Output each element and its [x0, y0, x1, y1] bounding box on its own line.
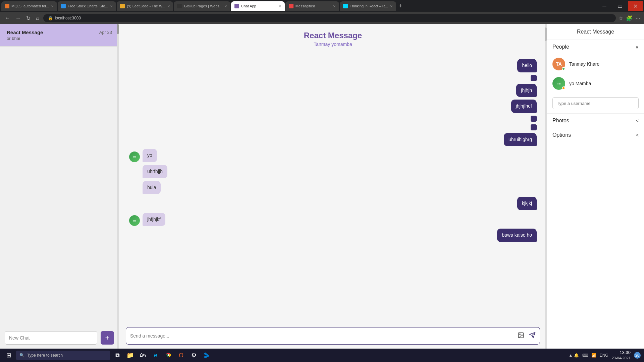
status-dot-tanmay	[562, 67, 565, 70]
tab-favicon-github	[177, 4, 182, 8]
chat-subtitle: Tanmay yomamba	[126, 42, 540, 47]
message-bubble: bawa kaise ho	[497, 229, 537, 242]
new-tab-button[interactable]: +	[397, 3, 405, 10]
tab-close-github[interactable]: ×	[224, 4, 227, 9]
person-initials-tanmay: TA	[556, 61, 562, 67]
photos-chevron-icon: <	[636, 118, 639, 123]
tab-github[interactable]: GitHub Pages | Webs... ×	[174, 1, 230, 11]
close-button[interactable]: ✕	[628, 1, 643, 11]
minimize-button[interactable]: ─	[597, 1, 612, 11]
svg-point-1	[520, 334, 521, 335]
chat-item-name: React Message	[7, 29, 43, 35]
message-row: jhjhjh	[129, 84, 537, 97]
tab-title-chatapp: Chat App	[241, 4, 277, 8]
file-explorer-icon[interactable]: 📁	[125, 350, 136, 361]
message-row: bawa kaise ho	[129, 229, 537, 242]
chat-item-header: React Message Apr 23	[7, 29, 112, 35]
message-bubble: kjkjkj	[517, 197, 537, 210]
tab-mql5[interactable]: MQL5: automated for... ×	[1, 1, 57, 11]
tab-react[interactable]: Thinking in React – R... ×	[340, 1, 396, 11]
notification-area: ▲ 🔔	[569, 353, 579, 358]
wifi-icon: 📶	[591, 353, 596, 358]
small-bubble	[531, 124, 537, 130]
chrome-icon[interactable]	[163, 350, 174, 361]
tab-close-messagified[interactable]: ×	[333, 4, 336, 9]
right-panel: React Message People ∨ TA Tanmay Khare T…	[547, 24, 644, 349]
messages-area: hello jhjhjh jhjhjfhef uhruihi	[119, 54, 547, 323]
taskbar-search[interactable]: 🔍 Type here to search	[16, 351, 110, 360]
start-button[interactable]: ⊞	[3, 350, 14, 361]
tab-close-mql5[interactable]: ×	[51, 4, 54, 9]
notifications-button[interactable]: 20	[634, 352, 641, 359]
status-dot-yomamba	[562, 86, 565, 90]
taskbar-right: ▲ 🔔 ⌨ 📶 ENG 13:30 23-04-2021 20	[569, 350, 641, 361]
chat-scrollbar-thumb	[545, 27, 547, 41]
address-bar[interactable]: 🔒 localhost:3000	[43, 14, 616, 22]
chat-main: React Message Tanmay yomamba hello jhjhj…	[119, 24, 547, 349]
tab-close-leetcode[interactable]: ×	[167, 4, 170, 9]
message-input-box	[126, 327, 540, 345]
chat-item-react-message[interactable]: React Message Apr 23 or bhai	[0, 24, 119, 47]
app-layout: React Message Apr 23 or bhai + React Mes…	[0, 24, 644, 349]
tab-messagified[interactable]: Messagified ×	[285, 1, 339, 11]
keyboard-icon: ⌨	[582, 353, 588, 358]
tab-bar: MQL5: automated for... × Free Stock Char…	[0, 0, 644, 12]
left-scrollbar-thumb	[117, 24, 119, 34]
vs-code-icon[interactable]	[201, 350, 212, 361]
people-chevron-icon: ∨	[635, 44, 639, 50]
send-button[interactable]	[529, 332, 536, 340]
new-chat-input[interactable]	[5, 331, 97, 345]
date-display: 23-04-2021	[612, 356, 631, 361]
sender-avatar: TM	[129, 152, 140, 162]
settings-taskbar-icon[interactable]: ⚙	[189, 350, 199, 361]
browser-chrome: MQL5: automated for... × Free Stock Char…	[0, 0, 644, 24]
reload-button[interactable]: ↻	[25, 14, 32, 22]
settings-button[interactable]: ⋯	[635, 15, 641, 21]
tab-stocks[interactable]: Free Stock Charts, Sto... ×	[58, 1, 116, 11]
chat-title: React Message	[126, 31, 540, 40]
message-row: TM yo	[129, 149, 537, 162]
small-bubble	[531, 116, 537, 122]
maximize-button[interactable]: ▭	[612, 1, 627, 11]
home-button[interactable]: ⌂	[35, 14, 41, 22]
people-section-header[interactable]: People ∨	[547, 40, 644, 54]
taskbar-search-text: Type here to search	[27, 353, 63, 358]
tab-title-react: Thinking in React – R...	[350, 4, 388, 8]
person-item-tanmay[interactable]: TA Tanmay Khare	[547, 54, 644, 74]
photos-section[interactable]: Photos <	[547, 113, 644, 128]
message-bubble: jhfjhjkf	[143, 213, 165, 226]
edge-icon[interactable]: e	[150, 350, 161, 361]
tab-favicon-react	[343, 4, 348, 8]
taskbar-time[interactable]: 13:30 23-04-2021	[612, 350, 631, 361]
username-input[interactable]	[552, 97, 639, 109]
tab-close-react[interactable]: ×	[390, 4, 393, 9]
forward-button[interactable]: →	[14, 14, 22, 22]
chat-header: React Message Tanmay yomamba	[119, 24, 547, 54]
message-row: jhjhjfhef	[129, 100, 537, 113]
options-section[interactable]: Options <	[547, 128, 644, 142]
new-chat-button[interactable]: +	[101, 331, 114, 345]
tab-chatapp[interactable]: Chat App ×	[231, 1, 285, 11]
browser-actions: ☆ 🧩 ⋯	[619, 15, 641, 21]
task-view-button[interactable]: ⧉	[112, 350, 123, 361]
tab-leetcode[interactable]: (9) LeetCode - The W... ×	[117, 1, 173, 11]
message-bubble: hula	[143, 181, 161, 194]
message-input[interactable]	[130, 333, 513, 339]
tab-title-leetcode: (9) LeetCode - The W...	[127, 4, 165, 8]
right-panel-title: React Message	[547, 24, 644, 40]
extensions-button[interactable]: 🧩	[626, 15, 633, 21]
person-avatar-yomamba: TM	[552, 77, 565, 90]
message-bubble: uhrfhjjh	[143, 165, 167, 178]
person-avatar-tanmay: TA	[552, 58, 565, 70]
tab-close-stocks[interactable]: ×	[110, 4, 113, 9]
tab-close-chatapp[interactable]: ×	[279, 4, 281, 9]
message-bubble: hello	[517, 59, 537, 72]
back-button[interactable]: ←	[3, 14, 11, 22]
left-scrollbar[interactable]	[117, 24, 119, 349]
store-icon[interactable]: 🛍	[138, 350, 148, 361]
image-attach-button[interactable]	[516, 330, 526, 342]
bookmark-button[interactable]: ☆	[619, 15, 623, 21]
office-icon[interactable]: O	[176, 350, 186, 361]
person-item-yomamba[interactable]: TM yo Mamba	[547, 74, 644, 93]
chat-scrollbar[interactable]	[545, 24, 547, 349]
